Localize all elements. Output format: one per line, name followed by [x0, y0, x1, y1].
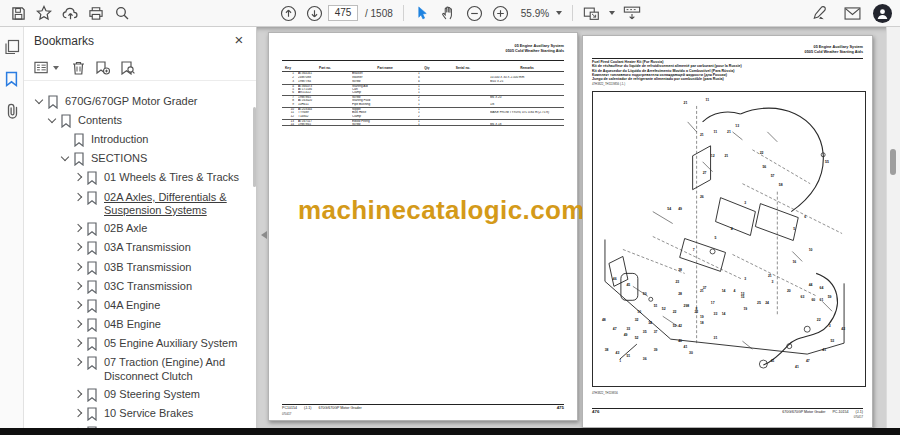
- bookmark-item[interactable]: Contents: [24, 111, 253, 130]
- panel-scrollbar[interactable]: [253, 107, 256, 187]
- diagram-callout: 13: [735, 126, 739, 129]
- star-icon[interactable]: [32, 2, 56, 24]
- fit-page-icon[interactable]: [580, 2, 604, 24]
- collapse-icon[interactable]: [34, 96, 45, 107]
- expand-icon[interactable]: [73, 408, 84, 419]
- zoom-out-icon[interactable]: [463, 2, 487, 24]
- expand-icon[interactable]: [73, 242, 84, 253]
- document-scrollbar[interactable]: [886, 27, 900, 435]
- toolbar-toggle-icon[interactable]: [620, 2, 644, 24]
- bookmark-item[interactable]: 10 Service Brakes: [24, 405, 253, 424]
- expand-icon[interactable]: [73, 300, 84, 311]
- expand-icon[interactable]: [73, 281, 84, 292]
- user-avatar[interactable]: [873, 4, 892, 23]
- share-upload-icon[interactable]: [58, 2, 82, 24]
- expand-icon[interactable]: [73, 223, 84, 234]
- select-tool-icon[interactable]: [411, 2, 435, 24]
- main-area: Bookmarks × 670G/670GP Motor GraderConte…: [0, 27, 900, 435]
- bookmark-icon: [47, 95, 59, 109]
- figure-reference: 47H3822_TH1119856 (-1-): [592, 82, 625, 86]
- model-name: 670G/670GP Motor Grader: [318, 406, 361, 411]
- diagram-callout: 55: [825, 161, 829, 164]
- diagram-callout: 20: [787, 290, 791, 293]
- collapse-icon[interactable]: [47, 115, 58, 126]
- zoom-level-value[interactable]: 55.9%: [521, 8, 549, 19]
- table-cell: 4: [418, 80, 436, 84]
- expand-icon[interactable]: [73, 338, 84, 349]
- previous-page-icon[interactable]: [276, 2, 300, 24]
- page-total-label: / 1508: [365, 8, 393, 19]
- bookmark-item[interactable]: 03A Transmission: [24, 239, 253, 258]
- diagram-callout: 41: [771, 361, 775, 364]
- diagram-callout: 49: [678, 208, 682, 211]
- bookmark-item[interactable]: 670G/670GP Motor Grader: [24, 92, 253, 111]
- expand-icon[interactable]: [73, 192, 84, 203]
- attachments-icon[interactable]: [2, 101, 22, 121]
- bookmark-item[interactable]: 07 Traction (Engine) And Disconnect Clut…: [24, 354, 253, 386]
- diagram-callout: 31: [714, 337, 718, 340]
- document-scrollbar-thumb[interactable]: [890, 149, 896, 175]
- close-icon[interactable]: ×: [230, 31, 248, 48]
- bookmark-item[interactable]: 03C Transmission: [24, 277, 253, 296]
- diagram-callout: 49: [624, 334, 628, 337]
- fit-dropdown-icon[interactable]: [609, 11, 615, 15]
- bookmark-item[interactable]: SECTIONS: [24, 150, 253, 169]
- table-cell: 9: [282, 103, 298, 107]
- bookmark-item[interactable]: 04B Engine: [24, 315, 253, 334]
- bookmark-item[interactable]: 02A Axles, Differentials & Suspension Sy…: [24, 188, 253, 220]
- next-page-icon[interactable]: [302, 2, 326, 24]
- delete-bookmark-icon[interactable]: [72, 61, 85, 75]
- diagram-callout: 37: [703, 287, 707, 290]
- diagram-callout: 11: [705, 99, 709, 102]
- diagram-callout: 34: [648, 323, 652, 326]
- hand-tool-icon[interactable]: [437, 2, 461, 24]
- diagram-callout: 21: [724, 155, 728, 158]
- email-icon[interactable]: [840, 2, 864, 24]
- bookmark-icon: [86, 222, 98, 236]
- bookmark-item-label: 05 Engine Auxiliary System: [104, 337, 247, 350]
- expand-icon[interactable]: [73, 389, 84, 400]
- zoom-in-icon[interactable]: [489, 2, 513, 24]
- diagram-callout: 18: [700, 323, 704, 326]
- bookmark-item[interactable]: Introduction: [24, 130, 253, 149]
- bookmark-icon: [86, 261, 98, 275]
- print-icon[interactable]: [84, 2, 108, 24]
- diagram-callout: 22: [673, 311, 677, 314]
- bookmark-item[interactable]: 03B Transmission: [24, 258, 253, 277]
- expand-icon[interactable]: [73, 172, 84, 183]
- bookmark-icon: [86, 171, 98, 185]
- subsection-title: 0505 Cold Weather Starting Aids: [506, 49, 564, 54]
- bookmarks-panel-icon[interactable]: [2, 69, 22, 89]
- table-row: 1419M7865Screw1M6 X 18: [282, 123, 564, 127]
- table-cell: 1: [418, 103, 436, 107]
- expand-icon[interactable]: [73, 357, 84, 368]
- diagram-callout: 64: [820, 287, 824, 290]
- diagram-callout: 21: [700, 134, 704, 137]
- save-icon[interactable]: [6, 2, 30, 24]
- fill-sign-pen-icon[interactable]: [807, 2, 831, 24]
- diagram-callout: 12: [711, 155, 715, 158]
- collapse-panel-handle[interactable]: [257, 220, 270, 250]
- parts-table-body: 1AT364161Bracket1224M7088Washer410.500 X…: [282, 72, 564, 126]
- diagram-callout: 4: [733, 290, 735, 293]
- collapse-icon[interactable]: [60, 153, 71, 164]
- expand-icon[interactable]: [73, 319, 84, 330]
- bookmark-item[interactable]: 01 Wheels & Tires & Tracks: [24, 169, 253, 188]
- expand-icon[interactable]: [73, 262, 84, 273]
- page-number-input[interactable]: 475: [328, 5, 358, 21]
- bookmark-icon: [86, 191, 98, 205]
- search-icon[interactable]: [110, 2, 134, 24]
- table-cell: 3: [282, 80, 298, 84]
- bookmark-item[interactable]: 05 Engine Auxiliary System: [24, 335, 253, 354]
- bookmark-options-icon[interactable]: [34, 61, 62, 74]
- zoom-dropdown-icon[interactable]: [556, 11, 562, 15]
- page-thumbnails-icon[interactable]: [2, 37, 22, 57]
- bookmark-item[interactable]: 09 Steering System: [24, 385, 253, 404]
- bookmark-item[interactable]: 04A Engine: [24, 296, 253, 315]
- new-bookmark-icon[interactable]: [95, 61, 110, 75]
- table-cell: Screw: [352, 80, 418, 84]
- bookmark-item[interactable]: 02B Axle: [24, 220, 253, 239]
- table-cell: [490, 115, 564, 119]
- expand-current-bookmark-icon[interactable]: [120, 61, 135, 75]
- diagram-callout: 45: [626, 284, 630, 287]
